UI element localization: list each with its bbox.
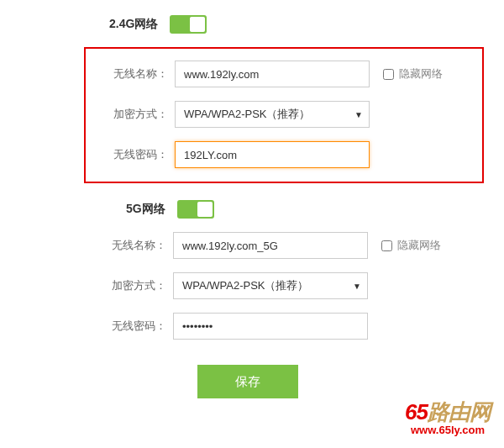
band5g-pwd-row: 无线密码： xyxy=(0,313,504,340)
band5g-ssid-row: 无线名称： 隐藏网络 xyxy=(0,232,504,259)
band24-header: 2.4G网络 xyxy=(109,15,504,34)
watermark-text: 路由网 xyxy=(428,399,491,424)
save-button[interactable]: 保存 xyxy=(197,365,298,398)
band5g-hide-checkbox-wrap[interactable]: 隐藏网络 xyxy=(381,238,441,253)
toggle-knob xyxy=(197,202,213,217)
watermark-url: www.65ly.com xyxy=(405,424,491,436)
band24-enc-select[interactable] xyxy=(175,101,370,128)
band5g-enc-row: 加密方式： ▼ xyxy=(0,272,504,299)
watermark: 65路由网 www.65ly.com xyxy=(405,400,491,436)
band5g-pwd-input[interactable] xyxy=(173,313,368,340)
band24-hide-checkbox-wrap[interactable]: 隐藏网络 xyxy=(383,66,443,82)
watermark-title: 65路由网 xyxy=(405,400,491,424)
band24-enc-row: 加密方式： ▼ xyxy=(86,101,482,128)
hide-label: 隐藏网络 xyxy=(397,238,441,253)
band24-ssid-input[interactable] xyxy=(175,61,370,87)
band5g-toggle[interactable] xyxy=(177,200,214,219)
ssid-label: 无线名称： xyxy=(102,66,168,82)
pwd-label: 无线密码： xyxy=(102,147,168,162)
enc-label: 加密方式： xyxy=(101,278,166,293)
band24-toggle[interactable] xyxy=(170,15,207,34)
band24-highlight-box: 无线名称： 隐藏网络 加密方式： ▼ 无线密码： xyxy=(84,47,484,183)
band5g-header: 5G网络 xyxy=(126,200,504,219)
toggle-knob xyxy=(190,17,205,32)
band24-pwd-input[interactable] xyxy=(175,141,370,168)
band24-pwd-row: 无线密码： xyxy=(86,141,482,168)
band5g-ssid-input[interactable] xyxy=(173,232,368,259)
band24-ssid-row: 无线名称： 隐藏网络 xyxy=(86,61,482,87)
band5g-enc-select-wrap[interactable]: ▼ xyxy=(173,272,368,299)
band24-hide-checkbox[interactable] xyxy=(383,69,394,80)
enc-label: 加密方式： xyxy=(102,107,168,122)
band24-title: 2.4G网络 xyxy=(109,17,158,32)
ssid-label: 无线名称： xyxy=(101,238,166,253)
watermark-num: 65 xyxy=(405,399,428,424)
band24-enc-select-wrap[interactable]: ▼ xyxy=(175,101,370,128)
band5g-title: 5G网络 xyxy=(126,202,165,217)
band5g-enc-select[interactable] xyxy=(173,272,368,299)
pwd-label: 无线密码： xyxy=(101,319,166,334)
band5g-hide-checkbox[interactable] xyxy=(381,240,392,251)
hide-label: 隐藏网络 xyxy=(399,66,443,82)
